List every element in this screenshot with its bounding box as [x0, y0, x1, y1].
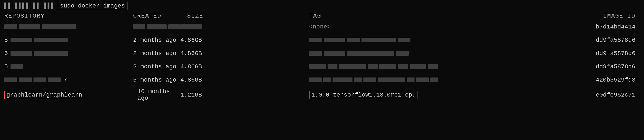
- blur-block: [354, 77, 362, 82]
- blur-block: [398, 64, 408, 69]
- size-cell: 4.86GB: [180, 50, 223, 57]
- blur-block: [324, 38, 345, 42]
- image-id-cell: e0dfe952c71: [588, 92, 640, 98]
- blur-block: [309, 51, 322, 56]
- image-id-cell: dd9fa5878d6: [588, 37, 640, 43]
- blur-block: [323, 77, 331, 82]
- blur-block: [34, 51, 68, 56]
- blur-block: [168, 24, 180, 29]
- command-prefix: ▌▌ ▌▌▌▌ ▌▌ ▌▌▌: [4, 2, 55, 9]
- blur-block: [10, 51, 32, 56]
- blur-block: [147, 24, 167, 29]
- blur-block: [364, 77, 376, 82]
- header-size: SIZE: [187, 13, 203, 19]
- blur-block: [133, 24, 145, 29]
- created-cell: 2 months ago: [133, 63, 180, 70]
- blur-block: [19, 77, 32, 82]
- repo-prefix: 5: [4, 37, 8, 43]
- blur-block: [430, 77, 438, 82]
- repo-prefix: 7: [64, 77, 67, 83]
- image-id-cell: 420b3529fd3: [588, 77, 640, 83]
- blur-block: [428, 64, 438, 69]
- image-id-value: dd9fa5878d6: [596, 50, 636, 57]
- image-id-value: b7d14bd4414: [596, 24, 636, 30]
- table-row: <none> b7d14bd4414: [0, 20, 644, 33]
- blur-block: [347, 38, 360, 42]
- blur-block: [48, 77, 61, 82]
- tag-cell: 1.0.0-tensorflow1.13.0rc1-cpu: [309, 91, 438, 99]
- tag-cell: [309, 64, 438, 69]
- created-cell: [133, 24, 180, 29]
- created-cell: 2 months ago: [133, 37, 180, 43]
- tag-cell: [309, 77, 438, 82]
- tag-cell: [309, 38, 438, 42]
- blur-block: [378, 77, 405, 82]
- tag-value: <none>: [309, 24, 331, 30]
- blur-block: [332, 77, 352, 82]
- blur-block: [19, 24, 40, 29]
- blur-block: [339, 64, 366, 69]
- table-row: 5 2 months ago 4.86GB dd9fa5878d6: [0, 33, 644, 47]
- blur-block: [10, 64, 24, 69]
- blur-block: [398, 38, 410, 42]
- blur-block: [328, 64, 338, 69]
- blur-block: [4, 77, 17, 82]
- size-cell: 4.86GB: [180, 77, 223, 83]
- repo-cell: 5: [4, 50, 133, 57]
- blur-block: [180, 24, 202, 29]
- repo-cell: graphlearn/graphlearn: [4, 91, 133, 99]
- repo-cell: [4, 24, 133, 29]
- size-cell: [180, 24, 223, 29]
- blur-block: [34, 38, 68, 42]
- header-tag: TAG: [309, 13, 438, 19]
- repo-cell: 5: [4, 37, 133, 43]
- image-id-cell: dd9fa5878d6: [588, 63, 640, 70]
- header-created: CREATED: [133, 13, 162, 19]
- header-image-id: IMAGE ID: [588, 13, 640, 19]
- image-id-cell: b7d14bd4414: [588, 24, 640, 30]
- blur-block: [309, 38, 322, 42]
- repo-prefix: 5: [4, 50, 8, 57]
- repo-highlighted: graphlearn/graphlearn: [4, 91, 84, 99]
- image-id-value: dd9fa5878d6: [596, 63, 636, 70]
- repo-cell: 7: [4, 77, 133, 83]
- blur-block: [34, 77, 46, 82]
- blur-block: [396, 51, 409, 56]
- blur-block: [407, 77, 414, 82]
- image-id-value: 420b3529fd3: [596, 77, 636, 83]
- created-cell: 5 months ago: [133, 77, 180, 83]
- size-cell: 4.86GB: [180, 63, 223, 70]
- repo-prefix: 5: [4, 63, 8, 70]
- command-box: sudo docker images: [57, 2, 128, 10]
- created-cell: 16 months ago: [133, 88, 180, 101]
- created-cell: 2 months ago: [133, 50, 180, 57]
- blur-block: [10, 38, 32, 42]
- header-repository: REPOSITORY: [4, 13, 133, 19]
- table-row: 5 2 months ago 4.86GB dd9fa5878d6: [0, 60, 644, 73]
- tag-cell: <none>: [309, 24, 438, 30]
- table-row: 7 5 months ago 4.86GB 420b3529fd3: [0, 73, 644, 86]
- blur-block: [410, 64, 426, 69]
- image-id-cell: dd9fa5878d6: [588, 50, 640, 57]
- command-line: ▌▌ ▌▌▌▌ ▌▌ ▌▌▌ sudo docker images: [0, 0, 644, 12]
- size-cell: 4.86GB: [180, 37, 223, 43]
- image-id-value: e0dfe952c71: [596, 92, 636, 98]
- blur-block: [309, 77, 322, 82]
- blur-block: [368, 64, 378, 69]
- image-id-value: dd9fa5878d6: [596, 37, 636, 43]
- command-text: sudo docker images: [60, 2, 125, 9]
- tag-highlighted: 1.0.0-tensorflow1.13.0rc1-cpu: [309, 91, 418, 99]
- size-cell: 1.21GB: [180, 92, 223, 98]
- table-row: graphlearn/graphlearn 16 months ago 1.21…: [0, 86, 644, 103]
- blur-block: [416, 77, 429, 82]
- blur-block: [324, 51, 345, 56]
- table-row: 5 2 months ago 4.86GB dd9fa5878d6: [0, 47, 644, 60]
- blur-block: [362, 38, 396, 42]
- blur-block: [347, 51, 394, 56]
- terminal: ▌▌ ▌▌▌▌ ▌▌ ▌▌▌ sudo docker images REPOSI…: [0, 0, 644, 140]
- blur-block: [309, 64, 326, 69]
- blur-block: [42, 24, 76, 29]
- blur-block: [4, 24, 17, 29]
- repo-cell: 5: [4, 63, 133, 70]
- tag-cell: [309, 51, 438, 56]
